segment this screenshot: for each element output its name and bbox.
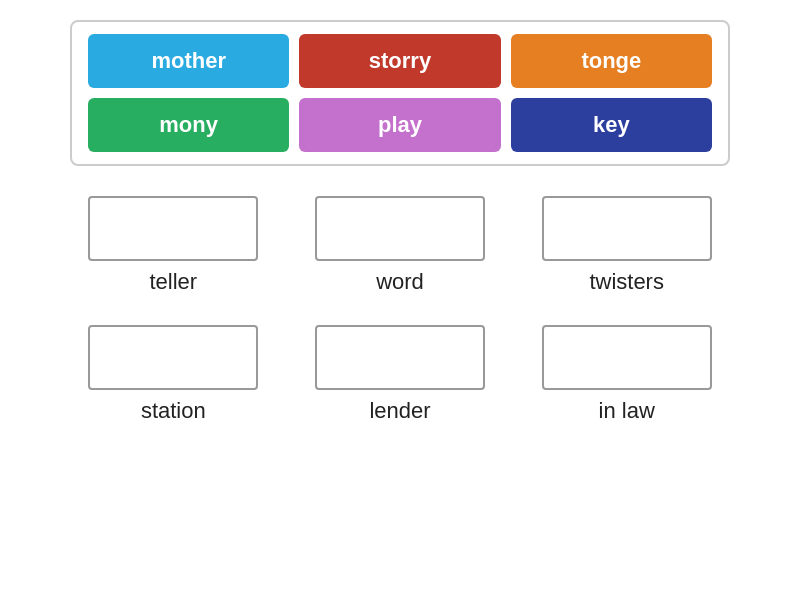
drop-item-drop-word: word bbox=[297, 196, 504, 295]
drop-row-2: stationlenderin law bbox=[70, 325, 730, 424]
drop-word[interactable] bbox=[315, 196, 485, 261]
drop-item-drop-twisters: twisters bbox=[523, 196, 730, 295]
drop-lender[interactable] bbox=[315, 325, 485, 390]
label-drop-teller: teller bbox=[149, 269, 197, 295]
drop-section-1: tellerwordtwisters bbox=[70, 196, 730, 295]
chip-mony[interactable]: mony bbox=[88, 98, 289, 152]
label-drop-word: word bbox=[376, 269, 424, 295]
drop-item-drop-lender: lender bbox=[297, 325, 504, 424]
drop-row-1: tellerwordtwisters bbox=[70, 196, 730, 295]
chip-storry[interactable]: storry bbox=[299, 34, 500, 88]
label-drop-twisters: twisters bbox=[589, 269, 664, 295]
drop-twisters[interactable] bbox=[542, 196, 712, 261]
drop-section-2: stationlenderin law bbox=[70, 325, 730, 424]
drop-item-drop-teller: teller bbox=[70, 196, 277, 295]
chip-key[interactable]: key bbox=[511, 98, 712, 152]
chip-tonge[interactable]: tonge bbox=[511, 34, 712, 88]
label-drop-inlaw: in law bbox=[599, 398, 655, 424]
drop-item-drop-station: station bbox=[70, 325, 277, 424]
chip-mother[interactable]: mother bbox=[88, 34, 289, 88]
word-bank: motherstorrytongemonyplaykey bbox=[70, 20, 730, 166]
label-drop-station: station bbox=[141, 398, 206, 424]
drop-teller[interactable] bbox=[88, 196, 258, 261]
label-drop-lender: lender bbox=[369, 398, 430, 424]
drop-station[interactable] bbox=[88, 325, 258, 390]
chip-play[interactable]: play bbox=[299, 98, 500, 152]
drop-item-drop-inlaw: in law bbox=[523, 325, 730, 424]
drop-inlaw[interactable] bbox=[542, 325, 712, 390]
